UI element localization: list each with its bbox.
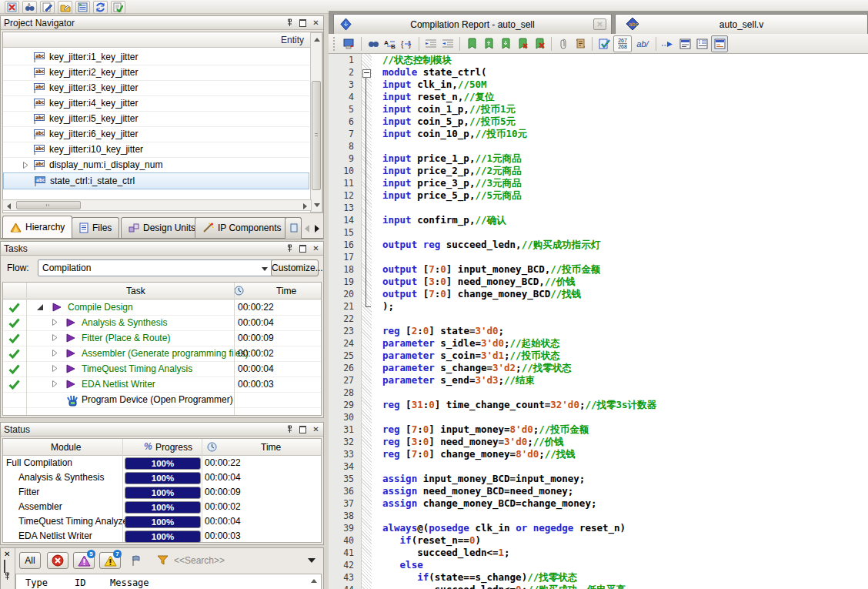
type-column-header[interactable]: Type <box>25 577 48 588</box>
task-column-header[interactable]: Task <box>126 286 145 296</box>
tcl-script-icon[interactable] <box>573 36 588 52</box>
task-row-3[interactable]: Assembler (Generate programming files)00… <box>3 346 321 362</box>
unindent-icon[interactable] <box>440 36 456 52</box>
float-icon[interactable] <box>298 18 308 28</box>
progress-column-header[interactable]: Progress <box>155 442 192 453</box>
task-row-0[interactable]: Compile Design00:00:22 <box>3 300 321 316</box>
tree-item-key_jitter-3[interactable]: abckey_jitter:i4_key_jitter <box>3 95 309 112</box>
stop-icon[interactable] <box>5 1 19 14</box>
filter-errors-button[interactable] <box>47 552 68 569</box>
edit-icon[interactable] <box>40 1 55 14</box>
task-row-6[interactable]: Program Device (Open Programmer) <box>3 392 321 408</box>
goto-icon[interactable] <box>660 36 676 52</box>
float-icon[interactable] <box>4 561 5 572</box>
tree-item-state_ctrl-8[interactable]: abcstate_ctrl:i_state_ctrl <box>3 172 309 189</box>
tab-icon <box>129 223 139 233</box>
bookmark-delete-icon[interactable] <box>515 36 530 52</box>
entity-column-header[interactable]: Entity <box>281 35 304 45</box>
tab-partial[interactable] <box>285 217 302 239</box>
tab-files[interactable]: Files <box>72 217 119 238</box>
filter-critical-warnings-button[interactable]: 5 <box>73 552 95 569</box>
tab-ip-components[interactable]: IP Components <box>195 217 289 238</box>
tab-design-units[interactable]: Design Units <box>121 217 203 238</box>
bookmark-delete-all-icon[interactable] <box>532 36 547 52</box>
pin-icon[interactable] <box>285 424 295 434</box>
collapse-icon[interactable] <box>37 304 44 311</box>
message-column-header[interactable]: Message <box>110 577 149 588</box>
search-filter[interactable]: <<Search>> <box>154 552 319 569</box>
tab-close-icon[interactable]: ✕ <box>593 18 606 30</box>
find-icon[interactable] <box>366 36 381 52</box>
tree-item-display_num-7[interactable]: abcdisplay_num:i_display_num <box>3 157 309 173</box>
clock-icon <box>234 286 244 296</box>
tree-item-key_jitter-0[interactable]: abckey_jitter:i1_key_jitter <box>3 49 309 65</box>
line-count-icon[interactable]: 267268 <box>613 35 632 52</box>
tree-item-key_jitter-4[interactable]: abckey_jitter:i5_key_jitter <box>3 111 309 127</box>
filter-all-button[interactable]: All <box>19 552 41 569</box>
tab-compilation-report[interactable]: Compilation Report - auto_sell ✕ <box>333 14 612 34</box>
line-number: 26 <box>329 362 361 374</box>
indent-icon[interactable] <box>423 36 439 52</box>
editor-area: Compilation Report - auto_sell ✕ abc aut… <box>329 11 868 589</box>
task-row-4[interactable]: TimeQuest Timing Analysis00:00:04 <box>3 361 321 377</box>
bookmark-next-icon[interactable] <box>481 36 496 52</box>
navigator-vscrollbar[interactable] <box>310 32 322 213</box>
tab-scroll-left-icon[interactable] <box>302 219 312 237</box>
expand-icon[interactable] <box>52 380 58 388</box>
tab-auto-sell-v[interactable]: abc auto_sell.v <box>615 14 868 34</box>
bookmark-prev-icon[interactable] <box>498 36 513 52</box>
expand-icon[interactable] <box>52 319 58 326</box>
code-line-6: input coin_5_p,//投币5元 <box>382 115 868 128</box>
expand-icon[interactable] <box>23 162 28 169</box>
float-icon[interactable] <box>298 424 308 434</box>
fold-collapse-icon[interactable] <box>362 69 371 78</box>
task-row-5[interactable]: EDA Netlist Writer00:00:03 <box>3 376 321 393</box>
pin-icon[interactable] <box>285 243 295 253</box>
close-icon[interactable]: ✕ <box>311 243 321 253</box>
tab-scroll-right-icon[interactable] <box>312 219 322 237</box>
tab-hierarchy[interactable]: Hierarchy <box>2 216 72 238</box>
tree-item-key_jitter-6[interactable]: abckey_jitter:i10_key_jitter <box>3 142 309 158</box>
pin-icon[interactable] <box>4 572 11 581</box>
time-column-header[interactable]: Time <box>276 286 296 296</box>
close-icon[interactable]: ✕ <box>4 550 10 558</box>
refresh-icon[interactable] <box>93 1 108 14</box>
expand-icon[interactable] <box>52 334 58 342</box>
notes-icon[interactable] <box>58 1 72 14</box>
analyze-check-icon[interactable] <box>596 36 612 52</box>
time-column-header[interactable]: Time <box>261 442 281 453</box>
line-number: 38 <box>329 510 361 522</box>
tree-item-key_jitter-5[interactable]: abckey_jitter:i6_key_jitter <box>3 126 309 142</box>
expand-icon[interactable] <box>52 365 58 373</box>
find-icon[interactable]: A <box>22 1 37 14</box>
match-delimiter-icon[interactable]: {} <box>399 36 415 52</box>
tree-item-key_jitter-1[interactable]: abckey_jitter:i2_key_jitter <box>3 65 309 81</box>
bookmark-toggle-icon[interactable] <box>464 36 479 52</box>
tree-item-key_jitter-2[interactable]: abckey_jitter:i3_key_jitter <box>3 80 309 96</box>
report-icon[interactable] <box>75 1 90 14</box>
module-column-header[interactable]: Module <box>51 442 81 453</box>
verify-icon[interactable] <box>111 1 125 14</box>
close-icon[interactable]: ✕ <box>311 424 321 434</box>
code-line-41: succeed_ledn<=1; <box>382 547 868 559</box>
id-column-header[interactable]: ID <box>75 577 85 588</box>
filter-warnings-button[interactable]: 7 <box>99 552 121 569</box>
navigator-hscrollbar[interactable] <box>2 199 312 211</box>
view-split-icon[interactable] <box>711 35 728 52</box>
task-row-2[interactable]: Fitter (Place & Route)00:00:09 <box>3 330 321 346</box>
close-icon[interactable]: ✕ <box>311 18 321 28</box>
attach-icon[interactable] <box>556 36 571 52</box>
view-outline-icon[interactable] <box>694 36 709 52</box>
float-icon[interactable] <box>298 243 308 253</box>
pin-icon[interactable] <box>285 18 295 28</box>
task-row-1[interactable]: Analysis & Synthesis00:00:04 <box>3 315 321 331</box>
filter-flag-button[interactable] <box>125 552 147 569</box>
flow-select[interactable]: Compilation <box>38 259 273 276</box>
comment-icon[interactable]: ab/ <box>633 36 652 52</box>
customize-button[interactable]: Customize... <box>271 259 319 276</box>
expand-icon[interactable] <box>52 350 58 357</box>
code-editor[interactable]: 1234567891011121314151617181920212223242… <box>329 54 868 589</box>
document-monitor-icon[interactable] <box>342 36 357 52</box>
replace-icon[interactable]: AB <box>382 36 398 52</box>
view-normal-icon[interactable] <box>677 36 693 52</box>
